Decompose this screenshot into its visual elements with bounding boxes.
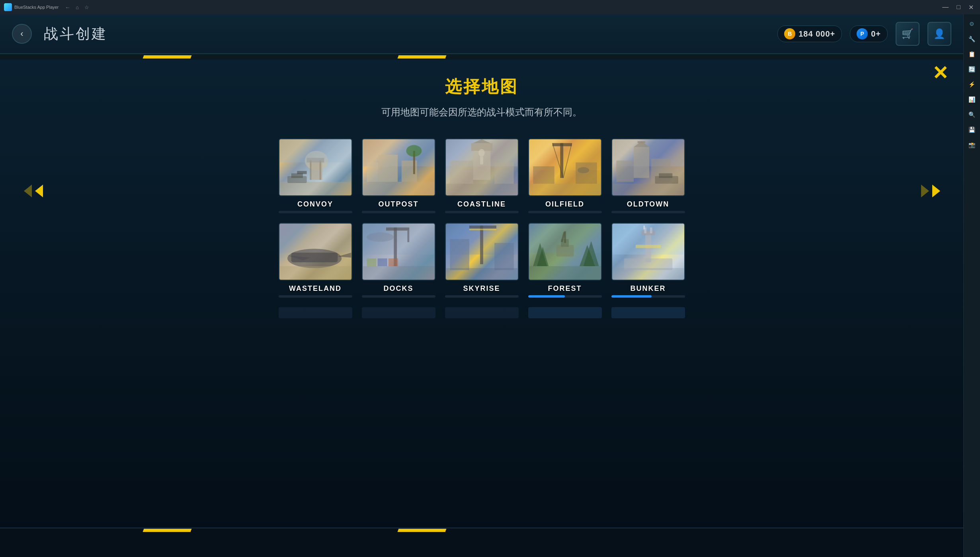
gold-currency: B 184 000+ xyxy=(777,25,842,42)
svg-rect-62 xyxy=(469,229,496,230)
svg-rect-6 xyxy=(279,182,351,195)
nav-next-arrow-outer xyxy=(921,185,929,197)
sidebar-icon-1[interactable]: ⚙ xyxy=(966,18,978,30)
map-card-oilfield[interactable]: OILFIELD xyxy=(528,138,602,213)
svg-rect-57 xyxy=(388,259,398,266)
map-progress-fill-bunker xyxy=(611,295,652,298)
svg-rect-10 xyxy=(363,139,434,166)
map-card-coastline[interactable]: COASTLINE xyxy=(445,138,519,213)
maps-row-1: CONVOY xyxy=(279,138,685,213)
map-thumbnail-outpost xyxy=(362,138,435,196)
svg-rect-24 xyxy=(480,157,483,164)
sidebar-icon-9[interactable]: 📸 xyxy=(966,138,978,151)
app-logo-icon xyxy=(4,3,12,11)
svg-rect-84 xyxy=(612,268,684,280)
map-label-wasteland: WASTELAND xyxy=(289,284,342,293)
titlebar-close[interactable]: ✕ xyxy=(966,3,976,12)
nav-prev-arrow-inner xyxy=(35,185,43,197)
map-card-oldtown[interactable]: OLDTOWN xyxy=(611,138,685,213)
sidebar-icon-7[interactable]: 🔍 xyxy=(966,108,978,121)
map-label-outpost: OUTPOST xyxy=(378,200,418,208)
titlebar: BlueStacks App Player ← ⌂ ☆ — □ ✕ xyxy=(0,0,980,14)
partial-map-2 xyxy=(362,307,435,318)
back-icon: ‹ xyxy=(20,29,23,39)
svg-rect-21 xyxy=(450,160,473,183)
svg-rect-80 xyxy=(650,228,652,234)
map-label-forest: FOREST xyxy=(548,284,582,293)
svg-point-23 xyxy=(478,149,485,156)
map-thumbnail-convoy xyxy=(279,138,352,196)
profile-button[interactable]: 👤 xyxy=(927,22,951,46)
map-thumbnail-wasteland xyxy=(279,223,352,280)
accent-bar-left xyxy=(143,55,192,58)
accent-top xyxy=(0,54,963,60)
svg-rect-22 xyxy=(494,162,514,183)
map-progress-convoy xyxy=(279,211,352,213)
partial-map-5 xyxy=(611,307,685,318)
map-label-oldtown: OLDTOWN xyxy=(627,200,670,208)
svg-rect-65 xyxy=(446,268,517,280)
map-label-docks: DOCKS xyxy=(383,284,413,293)
map-card-bunker[interactable]: BUNKER xyxy=(611,223,685,298)
back-button[interactable]: ‹ xyxy=(12,24,32,44)
map-card-wasteland[interactable]: WASTELAND xyxy=(279,223,352,298)
page-title: 战斗创建 xyxy=(44,24,107,44)
titlebar-maximize[interactable]: □ xyxy=(954,3,963,12)
dialog-subtitle: 可用地图可能会因所选的战斗模式而有所不同。 xyxy=(381,106,582,119)
map-thumbnail-docks xyxy=(362,223,435,280)
right-sidebar: ⚙ 🔧 📋 🔄 ⚡ 📊 🔍 💾 📸 xyxy=(963,14,980,557)
svg-rect-43 xyxy=(612,184,684,195)
svg-rect-53 xyxy=(407,231,409,242)
maps-row-2: WASTELAND xyxy=(279,223,685,298)
map-card-skyrise[interactable]: SKYRISE xyxy=(445,223,519,298)
sidebar-icon-5[interactable]: ⚡ xyxy=(966,78,978,91)
map-label-oilfield: OILFIELD xyxy=(545,200,584,208)
svg-rect-75 xyxy=(529,266,601,280)
sidebar-icon-4[interactable]: 🔄 xyxy=(966,63,978,76)
svg-rect-64 xyxy=(494,243,514,270)
partial-map-4 xyxy=(528,307,602,318)
nav-next-arrow-inner xyxy=(932,185,940,197)
close-button[interactable]: ✕ xyxy=(932,64,948,83)
dialog-title: 选择地图 xyxy=(445,76,518,98)
sidebar-icon-3[interactable]: 📋 xyxy=(966,48,978,60)
svg-rect-11 xyxy=(378,155,398,182)
map-card-forest[interactable]: FOREST xyxy=(528,223,602,298)
map-card-docks[interactable]: DOCKS xyxy=(362,223,435,298)
sidebar-icon-8[interactable]: 💾 xyxy=(966,123,978,136)
map-progress-bunker xyxy=(611,295,685,298)
partial-map-1 xyxy=(279,307,352,318)
cart-button[interactable]: 🛒 xyxy=(896,22,919,46)
sidebar-icon-2[interactable]: 🔧 xyxy=(966,33,978,45)
svg-rect-52 xyxy=(386,228,409,231)
map-progress-coastline xyxy=(445,211,519,213)
map-thumbnail-coastline xyxy=(445,138,519,196)
map-card-convoy[interactable]: CONVOY xyxy=(279,138,352,213)
titlebar-home[interactable]: ⌂ xyxy=(76,4,79,10)
titlebar-minimize[interactable]: — xyxy=(940,3,951,12)
svg-rect-16 xyxy=(363,182,434,195)
svg-rect-9 xyxy=(297,171,306,174)
svg-rect-36 xyxy=(634,147,649,178)
map-card-outpost[interactable]: OUTPOST xyxy=(362,138,435,213)
svg-point-54 xyxy=(367,232,394,241)
gold-icon: B xyxy=(784,28,795,39)
titlebar-back[interactable]: ← xyxy=(65,4,70,10)
map-thumbnail-bunker xyxy=(611,223,685,280)
svg-rect-13 xyxy=(367,162,378,182)
map-progress-wasteland xyxy=(279,295,352,298)
svg-rect-42 xyxy=(659,173,672,178)
blue-value: 0+ xyxy=(871,29,881,39)
gold-value: 184 000+ xyxy=(798,29,835,39)
nav-prev-button[interactable] xyxy=(24,185,43,197)
map-progress-oldtown xyxy=(611,211,685,213)
sidebar-icon-6[interactable]: 📊 xyxy=(966,93,978,106)
svg-rect-56 xyxy=(377,259,387,266)
titlebar-bookmark[interactable]: ☆ xyxy=(84,4,89,10)
svg-rect-49 xyxy=(279,266,351,280)
map-thumbnail-skyrise xyxy=(445,223,519,280)
nav-prev-arrow-outer xyxy=(24,185,32,197)
svg-rect-58 xyxy=(363,266,434,280)
map-progress-outpost xyxy=(362,211,435,213)
nav-next-button[interactable] xyxy=(921,185,940,197)
